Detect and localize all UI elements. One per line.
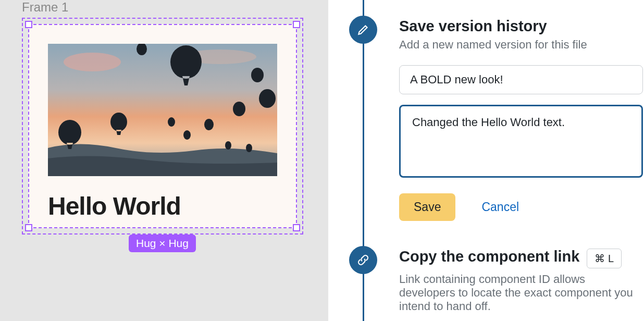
svg-point-1 (64, 53, 121, 71)
version-name-input[interactable] (399, 65, 643, 94)
pencil-icon (349, 16, 377, 44)
hello-world-text[interactable]: Hello World (48, 192, 181, 220)
frame-selection[interactable]: Hello World (28, 24, 297, 228)
resize-handle-bottom-left[interactable] (25, 224, 32, 231)
save-button[interactable]: Save (399, 193, 455, 221)
cancel-button[interactable]: Cancel (481, 200, 519, 214)
frame-image[interactable] (48, 44, 277, 176)
copy-link-block: Copy the component link ⌘ L Link contain… (399, 248, 644, 313)
resize-handle-top-left[interactable] (25, 21, 32, 28)
resize-handle-bottom-right[interactable] (293, 224, 300, 231)
save-version-block: Save version history Add a new named ver… (399, 18, 644, 221)
keyboard-shortcut: ⌘ L (587, 249, 622, 268)
frame-label[interactable]: Frame 1 (22, 0, 68, 15)
link-icon (349, 246, 377, 274)
copy-link-title: Copy the component link (399, 248, 579, 265)
save-version-subtitle: Add a new named version for this file (399, 38, 644, 52)
copy-link-subtitle: Link containing component ID allows deve… (399, 273, 644, 313)
resize-handle-top-right[interactable] (293, 21, 300, 28)
canvas-panel: Frame 1 (0, 0, 328, 321)
save-version-title: Save version history (399, 18, 644, 35)
size-badge: Hug × Hug (129, 234, 196, 252)
version-description-input[interactable] (399, 105, 643, 178)
